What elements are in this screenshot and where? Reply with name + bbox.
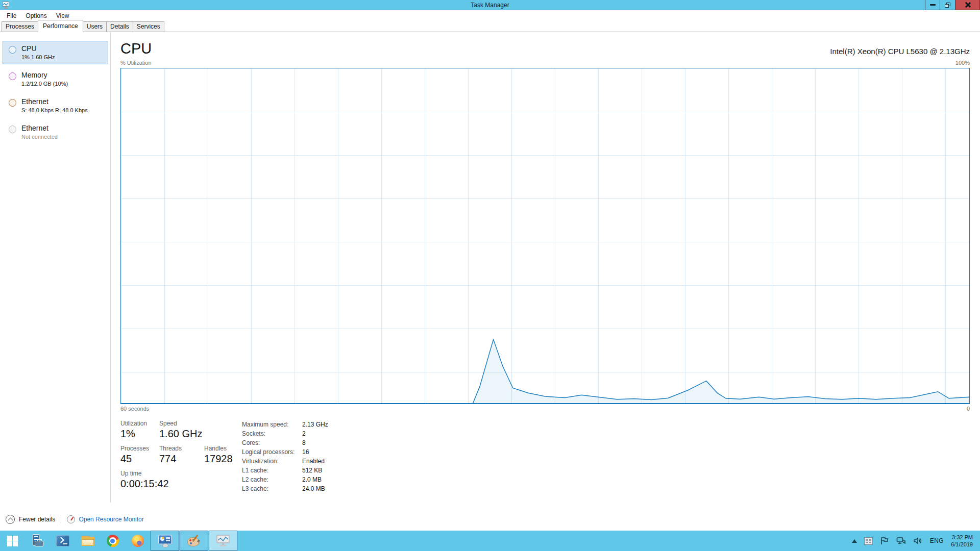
server-manager-icon xyxy=(32,534,44,547)
action-center-button[interactable] xyxy=(876,531,893,551)
taskbar-file-explorer-button[interactable] xyxy=(75,531,100,551)
taskbar: ENG 3:32 PM6/1/2019 xyxy=(0,531,980,551)
menu-options[interactable]: Options xyxy=(21,11,51,20)
taskbar-firefox-button[interactable] xyxy=(125,531,150,551)
restore-icon xyxy=(945,3,950,8)
menu-file[interactable]: File xyxy=(2,11,21,20)
sidebar-item-title: Memory xyxy=(21,71,108,80)
task-manager-icon xyxy=(216,535,230,547)
fewer-details-button[interactable]: Fewer details xyxy=(6,515,55,524)
menu-bar: File Options View xyxy=(0,10,980,21)
sidebar-item-subtitle: Not connected xyxy=(21,134,108,140)
cpu-chart-line xyxy=(473,339,969,403)
sidebar-item-title: Ethernet xyxy=(21,124,108,133)
cpu-utilization-chart xyxy=(120,68,970,404)
chevron-up-circle-icon xyxy=(6,515,15,524)
cpu-chart-area-fill xyxy=(473,339,969,403)
detail-value: 2.13 GHz xyxy=(302,421,328,428)
windows-logo-icon xyxy=(7,536,18,546)
taskbar-task-manager-button[interactable] xyxy=(209,531,237,551)
uptime-value: 0:00:15:42 xyxy=(120,477,233,490)
restore-button[interactable] xyxy=(940,0,955,10)
volume-button[interactable] xyxy=(910,531,926,551)
taskbar-powershell-button[interactable] xyxy=(50,531,75,551)
system-tray: ENG 3:32 PM6/1/2019 xyxy=(848,531,980,551)
taskbar-clock[interactable]: 3:32 PM6/1/2019 xyxy=(947,531,976,551)
x-axis-right-label: 0 xyxy=(967,406,970,413)
memory-mini-graph-icon xyxy=(9,72,16,80)
chevron-up-icon xyxy=(852,539,857,543)
panel-title: CPU xyxy=(120,40,152,57)
ethernet-mini-graph-icon xyxy=(9,99,16,107)
close-button[interactable] xyxy=(955,0,980,10)
network-status-button[interactable] xyxy=(893,531,910,551)
processes-label: Processes xyxy=(120,440,159,452)
powershell-icon xyxy=(56,535,69,546)
detail-label: L3 cache: xyxy=(242,485,302,492)
detail-value: 2 xyxy=(302,430,328,437)
performance-sidebar: CPU 1% 1.60 GHz Memory 1.2/12.0 GB (10%)… xyxy=(0,32,111,503)
open-resource-monitor-link[interactable]: Open Resource Monitor xyxy=(67,515,143,523)
performance-page: CPU 1% 1.60 GHz Memory 1.2/12.0 GB (10%)… xyxy=(0,32,980,508)
tab-details[interactable]: Details xyxy=(106,21,133,32)
processes-value: 45 xyxy=(120,452,159,465)
detail-label: Virtualization: xyxy=(242,458,302,465)
sidebar-item-subtitle: S: 48.0 Kbps R: 48.0 Kbps xyxy=(21,107,108,113)
taskbar-paint-button[interactable] xyxy=(180,531,208,551)
y-axis-label: % Utilization xyxy=(120,60,152,67)
start-button[interactable] xyxy=(0,531,25,551)
tab-performance[interactable]: Performance xyxy=(38,20,83,32)
detail-value: 2.0 MB xyxy=(302,476,328,483)
handles-value: 17928 xyxy=(204,452,233,465)
sidebar-item-ethernet-1[interactable]: Ethernet S: 48.0 Kbps R: 48.0 Kbps xyxy=(3,94,108,117)
tab-processes[interactable]: Processes xyxy=(2,21,38,32)
file-explorer-icon xyxy=(81,536,94,546)
detail-value: 16 xyxy=(302,448,328,456)
detail-value: Enabled xyxy=(302,458,328,465)
tray-date: 6/1/2019 xyxy=(951,541,973,548)
cpu-mini-graph-icon xyxy=(9,46,16,54)
sidebar-item-memory[interactable]: Memory 1.2/12.0 GB (10%) xyxy=(3,67,108,91)
threads-value: 774 xyxy=(159,452,204,465)
detail-label: Maximum speed: xyxy=(242,421,302,428)
sidebar-item-ethernet-2[interactable]: Ethernet Not connected xyxy=(3,120,108,144)
cpu-panel: CPU Intel(R) Xeon(R) CPU L5630 @ 2.13GHz… xyxy=(120,32,970,492)
detail-label: Logical processors: xyxy=(242,448,302,456)
speed-value: 1.60 GHz xyxy=(159,427,204,440)
handles-label: Handles xyxy=(204,440,233,452)
sidebar-item-title: CPU xyxy=(21,44,108,53)
open-resource-monitor-label: Open Resource Monitor xyxy=(79,516,143,523)
close-icon xyxy=(965,2,970,8)
x-axis-left-label: 60 seconds xyxy=(120,406,149,413)
network-icon xyxy=(896,537,906,545)
touch-keyboard-button[interactable] xyxy=(861,531,876,551)
tab-users[interactable]: Users xyxy=(83,21,107,32)
taskbar-server-manager-button[interactable] xyxy=(25,531,50,551)
menu-view[interactable]: View xyxy=(52,11,74,20)
taskbar-admin-console-button[interactable] xyxy=(151,531,179,551)
language-indicator[interactable]: ENG xyxy=(926,531,948,551)
y-axis-max-label: 100% xyxy=(955,60,970,67)
footer-divider xyxy=(61,515,61,523)
sidebar-item-cpu[interactable]: CPU 1% 1.60 GHz xyxy=(3,41,108,64)
volume-icon xyxy=(913,537,923,545)
flag-icon xyxy=(880,537,889,545)
detail-value: 512 KB xyxy=(302,467,328,474)
show-hidden-icons-button[interactable] xyxy=(848,531,861,551)
ethernet-mini-graph-icon xyxy=(9,126,16,133)
tab-services[interactable]: Services xyxy=(133,21,164,32)
detail-label: L2 cache: xyxy=(242,476,302,483)
resource-monitor-icon xyxy=(67,515,75,523)
sidebar-item-title: Ethernet xyxy=(21,97,108,106)
cpu-stats-left: Utilization Speed 1% 1.60 GHz Processes … xyxy=(120,420,229,492)
chrome-icon xyxy=(107,535,119,547)
tray-time: 3:32 PM xyxy=(951,534,973,541)
minimize-button[interactable] xyxy=(925,0,940,10)
sidebar-item-subtitle: 1.2/12.0 GB (10%) xyxy=(21,81,108,87)
cpu-model-name: Intel(R) Xeon(R) CPU L5630 @ 2.13GHz xyxy=(830,47,970,57)
fewer-details-label: Fewer details xyxy=(19,516,55,523)
detail-value: 24.0 MB xyxy=(302,485,328,492)
taskbar-chrome-button[interactable] xyxy=(100,531,125,551)
threads-label: Threads xyxy=(159,440,204,452)
firefox-icon xyxy=(132,535,144,547)
